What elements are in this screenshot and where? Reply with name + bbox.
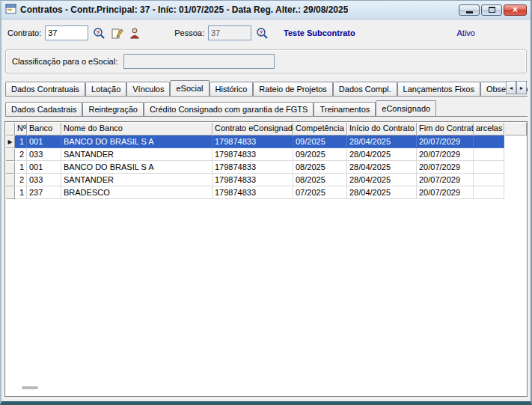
grid-cell[interactable] [474, 161, 504, 174]
tab-scroll-buttons: ◄ ► [506, 81, 527, 94]
row-indicator[interactable] [5, 161, 15, 174]
column-header-contrato-econsignado[interactable]: Contrato eConsignado [213, 122, 293, 135]
grid-cell[interactable]: 1 [15, 161, 27, 174]
column-header-filler [504, 122, 527, 135]
grid-cell[interactable]: 033 [27, 148, 61, 161]
grid-header-row: NºBancoNome do BancoContrato eConsignado… [5, 122, 527, 135]
tab-vinculos[interactable]: Vínculos [126, 82, 170, 96]
column-header-arcelas[interactable]: arcelas [474, 122, 504, 135]
main-tabbar: ◄ ► Dados ContratuaisLotaçãoVínculoseSoc… [5, 80, 528, 97]
subtab-dados-cadastrais[interactable]: Dados Cadastrais [5, 102, 82, 116]
grid-cell[interactable]: 1 [15, 186, 27, 199]
grid-cell[interactable]: 20/07/2029 [417, 174, 474, 186]
grid-cell[interactable]: BRADESCO [61, 186, 213, 199]
grid-cell[interactable]: 20/07/2029 [417, 161, 474, 174]
maximize-button[interactable] [481, 4, 502, 16]
column-header-nome-do-banco[interactable]: Nome do Banco [61, 122, 213, 135]
grid-cell[interactable]: 20/07/2029 [417, 186, 474, 199]
maximize-icon [489, 7, 495, 13]
grid-corner-cell [5, 122, 15, 135]
tab-rateio-de-projetos[interactable]: Rateio de Projetos [253, 82, 333, 96]
tab-scroll-left-button[interactable]: ◄ [506, 81, 516, 94]
contrato-lookup-icon[interactable]: ? [92, 26, 106, 40]
grid-row[interactable]: 2033SANTANDER17987483309/202528/04/20252… [5, 148, 527, 161]
column-header-banco[interactable]: Banco [27, 122, 61, 135]
esocial-sub-tabbar: Dados CadastraisReintegraçãoCrédito Cons… [5, 100, 528, 117]
grid-cell[interactable]: 20/07/2029 [417, 148, 474, 161]
grid-cell[interactable]: SANTANDER [61, 148, 213, 161]
contrato-input[interactable] [45, 25, 88, 40]
grid-cell[interactable]: 28/04/2025 [347, 161, 417, 174]
grid-cell[interactable]: 179874833 [213, 174, 293, 186]
grid-row[interactable]: 2033SANTANDER17987483308/202528/04/20252… [5, 174, 527, 186]
grid-row[interactable]: 1001BANCO DO BRASIL S A17987483308/20252… [5, 161, 527, 174]
grid-cell[interactable]: 033 [27, 174, 61, 186]
row-indicator[interactable] [5, 186, 15, 199]
person-icon[interactable] [128, 26, 142, 40]
pessoa-label: Pessoa: [174, 28, 204, 37]
grid-cell[interactable]: 2 [15, 174, 27, 186]
close-button[interactable]: × [504, 4, 527, 16]
tab-esocial[interactable]: eSocial [170, 80, 209, 97]
grid-cell[interactable]: 08/2025 [293, 174, 347, 186]
person-name: Teste Subcontrato [284, 28, 355, 37]
contratos-window: Contratos - Contr.Principal: 37 - Iníc: … [0, 0, 532, 405]
row-indicator[interactable] [5, 174, 15, 186]
minimize-button[interactable] [459, 4, 480, 16]
grid-cell[interactable]: 20/07/2029 [417, 135, 474, 148]
grid-cell[interactable]: 001 [27, 161, 61, 174]
minimize-icon [466, 11, 473, 13]
grid-cell[interactable]: 09/2025 [293, 135, 347, 148]
subtab-credito-consignado-com-garantia-de-fgts[interactable]: Crédito Consignado com garantia de FGTS [144, 102, 314, 116]
column-header-competencia[interactable]: Competência [293, 122, 347, 135]
grid-cell[interactable]: 28/04/2025 [347, 174, 417, 186]
tab-dados-compl[interactable]: Dados Compl. [333, 82, 397, 96]
grid-cell[interactable]: 28/04/2025 [347, 186, 417, 199]
titlebar[interactable]: Contratos - Contr.Principal: 37 - Iníc: … [1, 1, 531, 19]
window-title: Contratos - Contr.Principal: 37 - Iníc: … [20, 4, 348, 15]
grid-cell[interactable]: 179874833 [213, 186, 293, 199]
grid-cell[interactable] [474, 135, 504, 148]
classificacao-label: Classificação para o eSocial: [12, 57, 117, 66]
grid-cell[interactable]: 08/2025 [293, 161, 347, 174]
svg-text:?: ? [260, 29, 263, 36]
grid-row[interactable]: ▶1001BANCO DO BRASIL S A17987483309/2025… [5, 135, 527, 148]
grid-cell[interactable] [474, 174, 504, 186]
grid-cell[interactable]: 179874833 [213, 148, 293, 161]
pessoa-lookup-icon[interactable]: ? [255, 26, 269, 40]
row-indicator[interactable] [5, 148, 15, 161]
edit-contract-icon[interactable] [110, 26, 124, 40]
grid-cell[interactable]: BANCO DO BRASIL S A [61, 161, 213, 174]
grid-cell[interactable]: 237 [27, 186, 61, 199]
grid-cell[interactable] [474, 148, 504, 161]
tab-dados-contratuais[interactable]: Dados Contratuais [5, 82, 85, 96]
classificacao-groupbox: Classificação para o eSocial: [5, 49, 527, 73]
window-icon [5, 4, 16, 16]
grid-cell[interactable] [474, 186, 504, 199]
grid-cell[interactable]: SANTANDER [61, 174, 213, 186]
grid-cell[interactable]: 179874833 [213, 161, 293, 174]
grid-cell[interactable]: 09/2025 [293, 148, 347, 161]
tab-historico[interactable]: Histórico [210, 82, 254, 96]
column-header-inicio-do-contrato[interactable]: Início do Contrato [347, 122, 417, 135]
grid-row[interactable]: 1237BRADESCO17987483307/202528/04/202520… [5, 186, 527, 199]
pessoa-input [208, 25, 251, 40]
tab-scroll-right-button[interactable]: ► [516, 81, 527, 94]
grid-cell[interactable]: 1 [15, 135, 27, 148]
row-indicator[interactable]: ▶ [5, 135, 15, 148]
subtab-treinamentos[interactable]: Treinamentos [314, 102, 376, 116]
grid-cell[interactable]: 179874833 [213, 135, 293, 148]
tab-lotacao[interactable]: Lotação [85, 82, 126, 96]
subtab-reintegracao[interactable]: Reintegração [82, 102, 143, 116]
grid-cell[interactable]: 07/2025 [293, 186, 347, 199]
grid-cell[interactable]: 2 [15, 148, 27, 161]
grid-cell[interactable]: BANCO DO BRASIL S A [61, 135, 213, 148]
tab-lancamentos-fixos[interactable]: Lançamentos Fixos [397, 82, 480, 96]
horizontal-scrollbar-thumb[interactable] [22, 386, 38, 389]
grid-cell[interactable]: 001 [27, 135, 61, 148]
subtab-econsignado[interactable]: eConsignado [376, 100, 436, 117]
grid-cell[interactable]: 28/04/2025 [347, 135, 417, 148]
column-header-fim-do-contrato[interactable]: Fim do Contrato [417, 122, 474, 135]
grid-cell[interactable]: 28/04/2025 [347, 148, 417, 161]
column-header-n[interactable]: Nº [15, 122, 27, 135]
